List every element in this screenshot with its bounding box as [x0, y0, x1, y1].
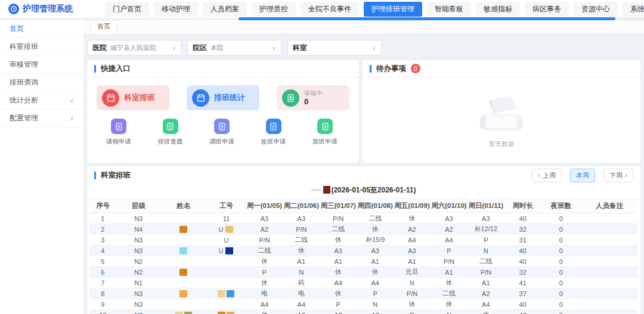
quick-app-排班意愿[interactable]: 排班意愿 [152, 119, 189, 146]
cell-name [161, 278, 207, 288]
cell-note [581, 224, 638, 235]
table-row[interactable]: 6N2PN休休元旦A1P/N320 [89, 267, 638, 278]
column-header: 工号 [206, 199, 246, 213]
nav-item-系统设置[interactable]: 系统设置 [623, 2, 644, 17]
table-row[interactable]: 4N3U 二线休A3A3A3PN400 [89, 245, 638, 256]
nav-item-人员档案[interactable]: 人员档案 [203, 2, 247, 17]
chevron-right-icon: › [625, 171, 627, 179]
breadcrumb-tab-home[interactable]: 首页 [91, 20, 117, 34]
cell-shift-day4: A4 [357, 278, 394, 288]
cell-shift-day6: 休 [431, 299, 467, 310]
cell-shift-day4: 休 [357, 267, 394, 278]
quick-app-加班申请[interactable]: 加班申请 [306, 119, 343, 146]
sidebar-item-label: 排班查询 [10, 77, 38, 88]
cell-shift-day6: A2 [431, 224, 467, 235]
nav-item-敏感指标[interactable]: 敏感指标 [476, 2, 520, 17]
nav-item-资源中心[interactable]: 资源中心 [574, 2, 618, 17]
table-row[interactable]: 5N2休A1A1A1A1P/N二线400 [89, 256, 638, 267]
quick-app-请假申请[interactable]: 请假申请 [100, 119, 137, 146]
nav-scrollbar-thumb[interactable] [239, 17, 615, 20]
sidebar-item-排班查询[interactable]: 排班查询 [0, 74, 83, 92]
cell-note [581, 213, 638, 224]
hospital-select[interactable]: 医院 城宁县人民医院 ∨ [87, 40, 181, 55]
cell-name [161, 245, 207, 256]
schedule-table-head: 序号层级姓名工号周一(01/05)周二(01/06)周三(01/07)周四(01… [89, 199, 638, 213]
column-header: 周二(01/06) [283, 199, 320, 213]
nav-item-移动护理[interactable]: 移动护理 [154, 2, 198, 17]
sidebar-item-首页[interactable]: 首页 [0, 20, 83, 38]
top-nav: 门户首页移动护理人员档案护理质控全院不良事件护理排班管理智能看板敏感指标病区事务… [105, 2, 644, 17]
cell-name [161, 288, 207, 299]
censor-block [184, 312, 192, 314]
cell-level: N3 [116, 288, 161, 299]
sidebar-item-统计分析[interactable]: 统计分析∨ [0, 92, 83, 110]
department-select[interactable]: 科室 ∨ [287, 40, 382, 55]
campus-value: 本院 [210, 43, 268, 52]
cell-seq: 5 [89, 256, 116, 267]
prev-week-label: 上周 [543, 171, 556, 180]
nav-scrollbar[interactable] [239, 17, 644, 20]
pending-review-label: 审核中 [304, 89, 323, 97]
table-row[interactable]: 7N1休药A4A4N休A1410 [89, 278, 638, 288]
cell-shift-day5: A3 [394, 245, 431, 256]
document-icon [111, 119, 126, 134]
quick-app-label: 调班申请 [209, 138, 234, 146]
chevron-left-icon: ‹ [538, 171, 540, 179]
pending-review-card[interactable]: 审核中 0 [277, 85, 349, 110]
cell-shift-day6: P/N [431, 256, 467, 267]
cell-week-hours: 40 [504, 245, 541, 256]
cell-week-hours: 40 [504, 299, 541, 310]
nav-item-全院不良事件[interactable]: 全院不良事件 [301, 2, 359, 17]
prev-week-button[interactable]: ‹ 上周 [532, 169, 562, 182]
accent-bar [94, 172, 96, 179]
schedule-icon [102, 89, 119, 107]
table-row[interactable]: 2N4U A2P/N二线休A2A2补12/12320 [89, 224, 638, 235]
sidebar-item-科室排班[interactable]: 科室排班 [0, 38, 83, 56]
cell-shift-day5: N [394, 278, 431, 288]
cell-note [581, 245, 638, 256]
next-week-button[interactable]: 下周 › [603, 169, 633, 182]
cell-shift-day6: P [431, 245, 467, 256]
quick-app-改班申请[interactable]: 改班申请 [255, 119, 292, 146]
sidebar-item-配置管理[interactable]: 配置管理∨ [0, 110, 83, 128]
cell-seq: 4 [89, 245, 116, 256]
cell-shift-day5: 休 [394, 299, 431, 310]
current-week-button[interactable]: 本周 [570, 169, 595, 182]
nav-item-智能看板[interactable]: 智能看板 [427, 2, 471, 17]
quick-app-调班申请[interactable]: 调班申请 [203, 119, 240, 146]
campus-select[interactable]: 院区 本院 ∨ [187, 40, 281, 55]
quick-app-label: 排班意愿 [158, 138, 183, 146]
column-header: 序号 [89, 199, 116, 213]
todo-panel: 待办事项 0 暂无数据 [363, 60, 640, 163]
table-row[interactable]: 8N3电电休PP/N二线A2370 [89, 288, 638, 299]
hospital-value: 城宁县人民医院 [110, 43, 168, 52]
redacted-text [311, 189, 322, 191]
table-row[interactable]: 3N3U P/N二线休补15/9A4A4P310 [89, 235, 638, 245]
dept-schedule-card[interactable]: 科室排班 [97, 85, 169, 110]
cell-night-count: 0 [541, 288, 581, 299]
cell-shift-day3: 二线 [320, 224, 357, 235]
table-row[interactable]: 9N3A4A4PN休休A4400 [89, 299, 638, 310]
nav-item-病区事务[interactable]: 病区事务 [525, 2, 569, 17]
cell-shift-day2: A1 [283, 256, 320, 267]
nav-item-护理质控[interactable]: 护理质控 [252, 2, 296, 17]
quick-app-label: 加班申请 [312, 138, 338, 146]
cell-shift-day3: A3 [320, 245, 357, 256]
sidebar-item-审核管理[interactable]: 审核管理 [0, 56, 83, 74]
review-document-icon [282, 89, 299, 107]
column-header: 人员备注 [581, 199, 638, 213]
censor-block [179, 269, 187, 276]
sidebar: 首页科室排班审核管理排班查询统计分析∨配置管理∨ [0, 20, 83, 314]
nav-item-护理排班管理[interactable]: 护理排班管理 [364, 2, 422, 17]
cell-level: N3 [116, 213, 161, 224]
nav-item-门户首页[interactable]: 门户首页 [105, 2, 149, 17]
schedule-stats-card-label: 排班统计 [214, 92, 245, 103]
table-row[interactable]: 10N3休A2A2A2PN休400 [89, 310, 638, 314]
column-header: 周四(01/08) [357, 199, 394, 213]
cell-level: N3 [116, 310, 161, 314]
cell-note [581, 310, 638, 314]
schedule-stats-card[interactable]: 排班统计 [187, 85, 259, 110]
cell-shift-day6: 休 [431, 278, 467, 288]
table-row[interactable]: 1N311 A3A3P/N二线休A3A3400 [89, 213, 638, 224]
cell-shift-day4: N [357, 299, 394, 310]
